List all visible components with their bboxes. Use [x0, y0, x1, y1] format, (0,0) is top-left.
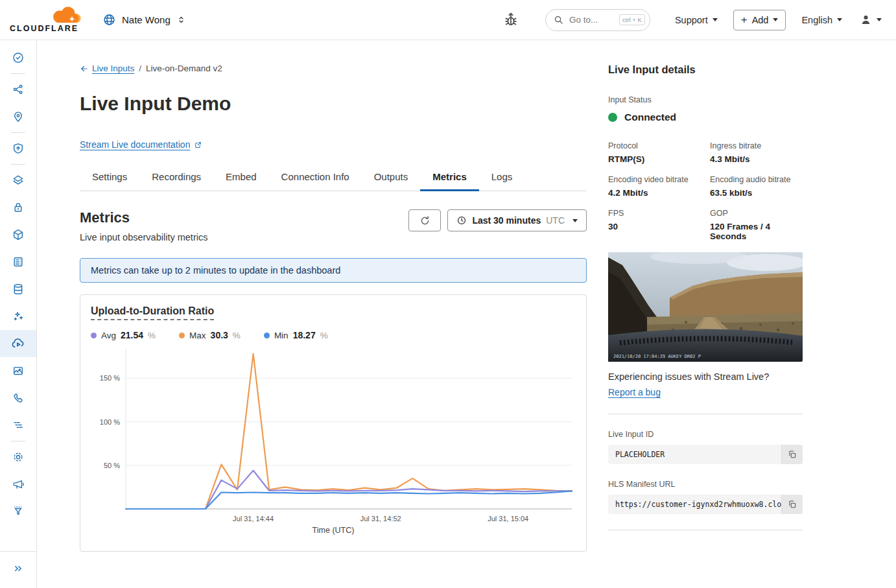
- arrow-left-icon: [80, 64, 89, 73]
- bug-arrow-icon: [502, 11, 519, 29]
- sidebar-item-workers-cube[interactable]: [0, 221, 36, 248]
- tab-embed[interactable]: Embed: [213, 165, 269, 191]
- sidebar-item-kv-server[interactable]: [0, 248, 36, 276]
- sidebar-item-stream[interactable]: [0, 330, 36, 357]
- support-label: Support: [675, 15, 708, 25]
- account-name: Nate Wong: [122, 14, 171, 25]
- account-switcher[interactable]: Nate Wong: [102, 13, 186, 27]
- detail-label: Ingress bitrate: [710, 141, 803, 150]
- funnel-icon: [12, 505, 25, 518]
- language-menu[interactable]: English: [801, 15, 842, 25]
- hls-manifest-url-value: https://customer-igynxd2rwhmuoxw8.cloudf: [608, 495, 781, 514]
- language-label: English: [801, 15, 832, 25]
- sidebar-item-traffic[interactable]: [0, 76, 36, 103]
- up-down-chevrons-icon: [176, 14, 186, 25]
- cloudflare-dashboard: CLOUDFLARE Nate Wong ct: [0, 0, 896, 588]
- legend-min-label: Min: [274, 331, 289, 340]
- tab-outputs[interactable]: Outputs: [362, 165, 421, 191]
- user-avatar-icon: [859, 13, 873, 27]
- sidebar-item-ai-sparkles[interactable]: [0, 303, 36, 330]
- details-title: Live Input details: [608, 64, 803, 76]
- panel-divider: [608, 414, 803, 414]
- svg-text:50 %: 50 %: [104, 462, 120, 469]
- copy-icon: [788, 500, 797, 509]
- sidebar-item-security-shield[interactable]: [0, 135, 36, 162]
- cloudflare-logo[interactable]: CLOUDFLARE: [9, 4, 84, 36]
- line-chart: 50 %100 %150 %Jul 31, 14:44Jul 31, 14:52…: [91, 346, 577, 526]
- sidebar-collapse[interactable]: [0, 551, 36, 588]
- user-menu[interactable]: [859, 13, 882, 27]
- min-series-dot: [264, 333, 270, 338]
- sidebar-item-pages-layers[interactable]: [0, 167, 36, 194]
- report-bug-link[interactable]: Report a bug: [608, 387, 661, 397]
- external-link-icon: [194, 141, 202, 149]
- breadcrumb-current: Live-on-Demand v2: [146, 64, 222, 73]
- live-stream-preview: 2021/10/20 17:04:29 AUKEY DR02 P: [608, 252, 803, 362]
- sidebar-nav: [0, 40, 37, 588]
- sidebar-item-calls[interactable]: [0, 384, 36, 412]
- breadcrumb-back-link[interactable]: Live Inputs: [80, 64, 134, 73]
- chevrons-right-icon: [12, 562, 25, 575]
- hls-manifest-url-field: https://customer-igynxd2rwhmuoxw8.cloudf: [608, 495, 803, 514]
- tab-connection-info[interactable]: Connection Info: [269, 165, 362, 191]
- page-title: Live Input Demo: [80, 93, 587, 115]
- sidebar-item-d1-database[interactable]: [0, 276, 36, 303]
- tab-logs[interactable]: Logs: [479, 165, 525, 191]
- sidebar-item-ssl-lock[interactable]: [0, 194, 36, 221]
- tab-metrics[interactable]: Metrics: [420, 165, 479, 191]
- support-menu[interactable]: Support: [675, 15, 718, 25]
- preview-timestamp-overlay: 2021/10/20 17:04:29 AUKEY DR02 P: [613, 354, 701, 359]
- svg-text:Jul 31, 15:04: Jul 31, 15:04: [488, 515, 528, 523]
- image-icon: [12, 364, 25, 377]
- chart-x-axis-label: Time (UTC): [91, 526, 576, 535]
- legend-item-min[interactable]: Min 18.27 %: [264, 330, 328, 340]
- refresh-button[interactable]: [408, 209, 441, 231]
- report-bug-button[interactable]: [502, 11, 519, 29]
- copy-live-input-id-button[interactable]: [781, 445, 803, 464]
- add-button[interactable]: + Add: [733, 10, 786, 30]
- chart-title: Upload-to-Duration Ratio: [91, 305, 214, 320]
- chevron-down-icon: [837, 18, 842, 21]
- legend-item-avg[interactable]: Avg 21.54 %: [91, 330, 156, 340]
- cloudflare-cloud-icon: [43, 6, 84, 23]
- legend-item-max[interactable]: Max 30.3 %: [179, 330, 241, 340]
- copy-icon: [788, 450, 797, 459]
- clock-icon: [456, 215, 467, 226]
- input-status: Connected: [608, 112, 803, 123]
- stream-docs-link[interactable]: Stream Live documentation: [80, 139, 202, 150]
- tab-recordings[interactable]: Recordings: [139, 165, 213, 191]
- cube-icon: [12, 228, 25, 241]
- legend-min-unit: %: [320, 331, 328, 340]
- status-value: Connected: [624, 112, 676, 123]
- sidebar-item-map-pin[interactable]: [0, 103, 36, 130]
- sidebar-item-time-machine[interactable]: [0, 44, 36, 71]
- detail-label: Encoding audio bitrate: [710, 175, 803, 184]
- global-search[interactable]: ctrl + K: [545, 9, 650, 31]
- traffic-share-icon: [12, 83, 25, 96]
- search-input[interactable]: [568, 14, 615, 25]
- detail-value: 4.2 Mbit/s: [608, 188, 710, 198]
- sidebar-item-data-funnel[interactable]: [0, 498, 36, 525]
- sidebar-item-settings[interactable]: [0, 443, 36, 471]
- legend-max-value: 30.3: [211, 330, 228, 340]
- sidebar-item-images[interactable]: [0, 357, 36, 384]
- max-series-dot: [179, 333, 185, 338]
- legend-max-label: Max: [189, 331, 206, 340]
- search-icon: [554, 15, 563, 25]
- sidebar-item-queues[interactable]: [0, 412, 36, 439]
- issues-text: Experiencing issues with Stream Live?: [608, 371, 803, 382]
- metrics-subtitle: Live input observability metrics: [80, 232, 207, 242]
- queues-bars-icon: [12, 419, 25, 432]
- detail-label: FPS: [608, 209, 710, 218]
- legend-max-unit: %: [233, 331, 241, 340]
- sidebar-item-notifications[interactable]: [0, 471, 36, 498]
- avg-series-dot: [91, 333, 97, 338]
- time-range-dropdown[interactable]: Last 30 minutes UTC: [447, 209, 587, 231]
- breadcrumb: Live Inputs / Live-on-Demand v2: [80, 64, 587, 73]
- detail-value: 4.3 Mbit/s: [710, 154, 803, 164]
- tab-settings[interactable]: Settings: [80, 165, 139, 191]
- svg-text:Jul 31, 14:52: Jul 31, 14:52: [360, 515, 401, 523]
- copy-hls-url-button[interactable]: [781, 495, 803, 514]
- detail-video-bitrate: Encoding video bitrate 4.2 Mbit/s: [608, 175, 710, 198]
- detail-value: 63.5 kbit/s: [710, 188, 803, 198]
